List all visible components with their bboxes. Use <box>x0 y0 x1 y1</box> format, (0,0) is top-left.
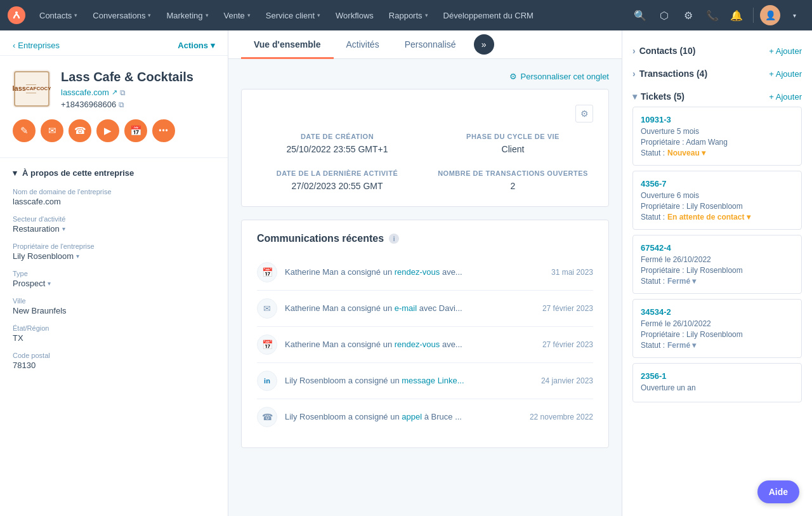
settings-gear-icon: ⚙ <box>509 72 517 81</box>
transactions-section-title: › Transactions (4) <box>632 69 707 79</box>
ticket-2356-1: 2356-1 Ouverture un an <box>632 363 802 402</box>
conversations-chevron-icon: ▾ <box>148 12 151 18</box>
ticket-34534-2-status-badge[interactable]: Fermé ▾ <box>667 341 696 350</box>
vente-chevron-icon: ▾ <box>247 12 251 18</box>
field-type-value[interactable]: Prospect ▾ <box>13 279 215 288</box>
about-section: ▾ À propos de cette entreprise Nom de do… <box>0 158 228 389</box>
copy-phone-icon[interactable]: ⧉ <box>119 100 124 109</box>
field-domain-label: Nom de domaine de l'entreprise <box>13 188 215 195</box>
field-ville-value: New Braunfels <box>13 306 215 315</box>
type-dropdown-icon[interactable]: ▾ <box>48 280 51 287</box>
nav-crm[interactable]: Développement du CRM <box>437 7 540 24</box>
ticket-2356-1-link[interactable]: 2356-1 <box>641 371 794 381</box>
tab-activites[interactable]: Activités <box>334 30 392 59</box>
nav-divider <box>753 8 754 23</box>
transactions-chevron-icon: › <box>632 69 636 79</box>
ticket-34534-2-status: Statut : Fermé ▾ <box>641 341 794 350</box>
tickets-add-button[interactable]: + Ajouter <box>769 92 802 102</box>
meeting-button[interactable]: ▶ <box>96 119 119 142</box>
company-phone: +18436968606 ⧉ <box>61 100 193 109</box>
field-secteur-value[interactable]: Restauration ▾ <box>13 224 215 234</box>
contacts-section-header[interactable]: › Contacts (10) + Ajouter <box>632 41 802 61</box>
settings-button[interactable]: ⚙ <box>678 5 698 25</box>
proprietaire-dropdown-icon[interactable]: ▾ <box>76 253 79 260</box>
call-button[interactable]: ☎ <box>69 119 91 142</box>
comm-link-3[interactable]: rendez-vous <box>395 340 440 349</box>
metric-lifecycle: PHASE DU CYCLE DE VIE Client <box>433 133 593 154</box>
marketplace-button[interactable]: ⬡ <box>654 5 674 25</box>
ticket-10931-3-owner: Propriétaire : Adam Wang <box>641 138 794 147</box>
personalize-link[interactable]: Personnaliser cet onglet <box>521 72 609 81</box>
nav-service-client[interactable]: Service client ▾ <box>259 7 327 24</box>
tickets-section-title: ▾ Tickets (5) <box>632 91 684 102</box>
ticket-67542-4: 67542-4 Fermé le 26/10/2022 Propriétaire… <box>632 235 802 294</box>
contacts-add-button[interactable]: + Ajouter <box>769 46 802 56</box>
metric-lifecycle-value: Client <box>433 144 593 154</box>
company-logo: lass CAF COCY <box>13 70 51 108</box>
comm-date-4: 24 janvier 2023 <box>541 376 593 385</box>
ticket-67542-4-link[interactable]: 67542-4 <box>641 243 794 253</box>
card-settings-button[interactable]: ⚙ <box>575 105 593 122</box>
field-proprietaire-value[interactable]: Lily Rosenbloom ▾ <box>13 251 215 261</box>
actions-button[interactable]: Actions ▾ <box>178 41 215 50</box>
card-header: ⚙ <box>257 105 593 122</box>
marketing-chevron-icon: ▾ <box>206 12 209 18</box>
comm-text-4: Lily Rosenbloom a consigné un message Li… <box>285 374 534 387</box>
nav-conversations[interactable]: Conversations ▾ <box>86 7 157 24</box>
ticket-10931-3-status-badge[interactable]: Nouveau ▾ <box>667 149 705 157</box>
ticket-67542-4-status: Statut : Fermé ▾ <box>641 277 794 286</box>
field-codepostal: Code postal 78130 <box>13 352 215 370</box>
hubspot-logo[interactable] <box>8 6 25 24</box>
transactions-section-header[interactable]: › Transactions (4) + Ajouter <box>632 63 802 84</box>
nav-rapports[interactable]: Rapports ▾ <box>383 7 435 24</box>
secteur-dropdown-icon[interactable]: ▾ <box>62 225 65 232</box>
tabs-bar: Vue d'ensemble Activités Personnalisé » <box>228 30 622 59</box>
field-domain: Nom de domaine de l'entreprise lasscafe.… <box>13 188 215 206</box>
nav-icon-group: 🔍 ⬡ ⚙ 📞 🔔 👤 ▾ <box>630 5 804 25</box>
email-button[interactable]: ✉ <box>41 119 63 142</box>
comm-link-4[interactable]: message Linke... <box>402 376 464 385</box>
comms-info-icon[interactable]: i <box>389 234 399 244</box>
left-sidebar: ‹ Entreprises Actions ▾ lass CAF COCY La… <box>0 30 228 516</box>
more-actions-button[interactable]: ••• <box>152 119 175 142</box>
user-avatar[interactable]: 👤 <box>760 5 780 25</box>
company-website-link[interactable]: lasscafe.com ↗ ⧉ <box>61 88 193 97</box>
nav-vente[interactable]: Vente ▾ <box>218 7 257 24</box>
ticket-34534-2-link[interactable]: 34534-2 <box>641 307 794 317</box>
tab-vue-ensemble[interactable]: Vue d'ensemble <box>241 30 334 59</box>
tickets-section-header[interactable]: ▾ Tickets (5) + Ajouter <box>632 86 802 107</box>
transactions-add-button[interactable]: + Ajouter <box>769 69 802 79</box>
tab-personnalise[interactable]: Personnalisé <box>392 30 469 59</box>
task-button[interactable]: 📅 <box>124 119 147 142</box>
ticket-4356-7-link[interactable]: 4356-7 <box>641 179 794 189</box>
ticket-4356-7-status-badge[interactable]: En attente de contact ▾ <box>667 213 750 222</box>
breadcrumb[interactable]: ‹ Entreprises <box>13 41 60 50</box>
comm-call-icon: ☎ <box>257 407 277 427</box>
nav-workflows[interactable]: Workflows <box>329 7 380 24</box>
about-section-toggle[interactable]: ▾ À propos de cette entreprise <box>13 168 215 178</box>
ticket-67542-4-status-badge[interactable]: Fermé ▾ <box>667 277 696 286</box>
metric-creation-value: 25/10/2022 23:55 GMT+1 <box>257 144 417 154</box>
ticket-4356-7-owner: Propriétaire : Lily Rosenbloom <box>641 202 794 211</box>
notifications-button[interactable]: 🔔 <box>726 5 747 25</box>
search-button[interactable]: 🔍 <box>630 5 650 25</box>
nav-marketing[interactable]: Marketing ▾ <box>160 7 214 24</box>
personalize-bar: ⚙ Personnaliser cet onglet <box>241 72 609 81</box>
comm-link-2[interactable]: e-mail <box>395 303 417 313</box>
phone-button[interactable]: 📞 <box>702 5 723 25</box>
ticket-34534-2-opened: Fermé le 26/10/2022 <box>641 319 794 328</box>
sidebar-header: ‹ Entreprises Actions ▾ <box>0 30 228 56</box>
ticket-10931-3-link[interactable]: 10931-3 <box>641 115 794 124</box>
contacts-chevron-icon: › <box>632 46 636 56</box>
help-button[interactable]: Aide <box>757 480 799 503</box>
tabs-expand-button[interactable]: » <box>474 34 494 55</box>
comm-item-1: 📅 Katherine Man a consigné un rendez-vou… <box>257 255 593 291</box>
comm-link-5[interactable]: appel <box>402 412 422 421</box>
note-button[interactable]: ✎ <box>13 119 36 142</box>
nav-contacts[interactable]: Contacts ▾ <box>33 7 84 24</box>
account-chevron-icon[interactable]: ▾ <box>784 5 804 25</box>
copy-website-icon[interactable]: ⧉ <box>120 88 126 97</box>
contacts-section: › Contacts (10) + Ajouter <box>632 41 802 61</box>
metric-last-activity-label: DATE DE LA DERNIÈRE ACTIVITÉ <box>257 169 417 177</box>
comm-link-1[interactable]: rendez-vous <box>395 267 440 277</box>
